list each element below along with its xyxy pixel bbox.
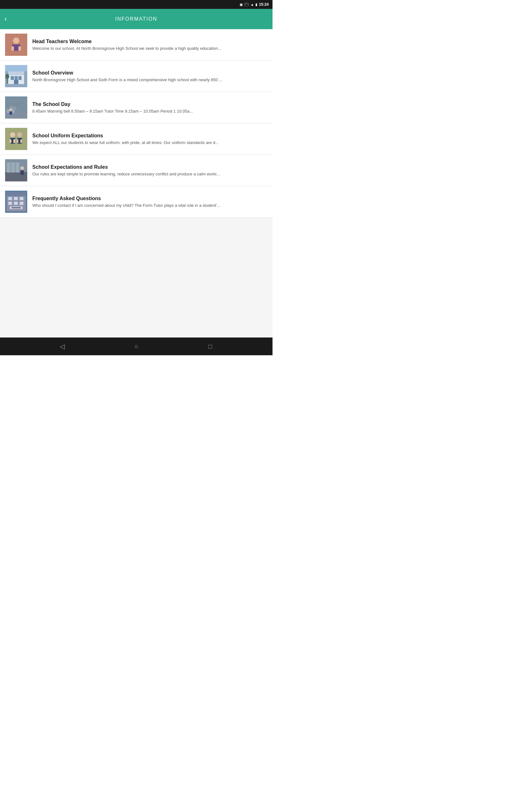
thumbnail-image-4 bbox=[5, 128, 27, 150]
svg-rect-44 bbox=[20, 197, 23, 200]
svg-rect-8 bbox=[11, 76, 14, 80]
nav-home-button[interactable]: ○ bbox=[129, 339, 143, 353]
svg-rect-4 bbox=[18, 46, 21, 51]
svg-point-14 bbox=[5, 74, 9, 79]
item-title-5: School Expectations and Rules bbox=[32, 164, 268, 170]
svg-rect-34 bbox=[7, 162, 10, 172]
wifi-icon: ▲ bbox=[250, 3, 254, 6]
bottom-nav: ◁ ○ □ bbox=[0, 338, 273, 355]
svg-rect-33 bbox=[5, 172, 27, 182]
item-description-3: 8.45am Warning bell 8.50am – 9.15am Tuto… bbox=[32, 109, 268, 113]
thumbnail-image-1 bbox=[5, 34, 27, 56]
svg-rect-29 bbox=[16, 139, 18, 143]
svg-rect-46 bbox=[14, 202, 18, 205]
svg-rect-38 bbox=[20, 170, 24, 175]
svg-rect-3 bbox=[11, 46, 14, 51]
svg-rect-22 bbox=[5, 128, 27, 150]
svg-point-1 bbox=[13, 38, 19, 44]
thumbnail-faq bbox=[5, 191, 27, 213]
svg-rect-9 bbox=[14, 76, 18, 80]
item-title-3: The School Day bbox=[32, 101, 268, 107]
thumbnail-school-day bbox=[5, 96, 27, 119]
status-icons: ▣ 📳 ▲ ▮ 15:24 bbox=[239, 2, 269, 7]
header-title: INFORMATION bbox=[115, 16, 158, 22]
app-header: ‹ INFORMATION bbox=[0, 9, 273, 29]
svg-rect-49 bbox=[11, 207, 21, 208]
item-title-4: School Uniform Expectations bbox=[32, 133, 268, 139]
list-item-expectations[interactable]: School Expectations and Rules Our rules … bbox=[0, 155, 273, 186]
svg-point-23 bbox=[10, 132, 15, 137]
thumbnail-school-overview bbox=[5, 65, 27, 87]
nav-back-button[interactable]: ◁ bbox=[55, 339, 69, 353]
item-content-4: School Uniform Expectations We expect AL… bbox=[32, 133, 268, 145]
svg-rect-26 bbox=[13, 139, 15, 143]
svg-rect-47 bbox=[20, 202, 23, 205]
thumbnail-expectations bbox=[5, 159, 27, 182]
item-title-2: School Overview bbox=[32, 70, 268, 76]
svg-rect-35 bbox=[11, 162, 15, 172]
item-description-2: North Bromsgrove High School and Sixth F… bbox=[32, 78, 268, 82]
thumbnail-image-3 bbox=[5, 96, 27, 119]
svg-rect-25 bbox=[9, 139, 11, 143]
svg-rect-41 bbox=[7, 192, 26, 196]
item-content-2: School Overview North Bromsgrove High Sc… bbox=[32, 70, 268, 82]
item-description-1: Welcome to our school. At North Bromsgro… bbox=[32, 46, 268, 51]
item-description-4: We expect ALL our students to wear full … bbox=[32, 140, 268, 145]
svg-rect-45 bbox=[8, 202, 12, 205]
svg-rect-10 bbox=[18, 76, 21, 80]
svg-rect-36 bbox=[15, 162, 19, 172]
svg-rect-43 bbox=[14, 197, 18, 200]
item-description-5: Our rules are kept simple to promote lea… bbox=[32, 171, 268, 176]
svg-point-27 bbox=[17, 132, 22, 137]
thumbnail-head-teachers-welcome bbox=[5, 34, 27, 56]
svg-rect-7 bbox=[8, 71, 24, 75]
item-title-1: Head Teachers Welcome bbox=[32, 39, 268, 44]
information-list: Head Teachers Welcome Welcome to our sch… bbox=[0, 29, 273, 338]
svg-rect-19 bbox=[13, 103, 19, 107]
thumbnail-image-6 bbox=[5, 191, 27, 213]
thumbnail-uniform bbox=[5, 128, 27, 150]
item-description-6: Who should I contact if I am concerned a… bbox=[32, 203, 268, 208]
item-content-6: Frequently Asked Questions Who should I … bbox=[32, 196, 268, 208]
nav-recents-button[interactable]: □ bbox=[203, 339, 217, 353]
vibrate-icon: 📳 bbox=[244, 3, 249, 7]
list-item-faq[interactable]: Frequently Asked Questions Who should I … bbox=[0, 186, 273, 217]
list-item-school-day[interactable]: The School Day 8.45am Warning bell 8.50a… bbox=[0, 92, 273, 123]
status-bar: ▣ 📳 ▲ ▮ 15:24 bbox=[0, 0, 273, 9]
svg-rect-12 bbox=[5, 65, 27, 71]
battery-icon: ▮ bbox=[256, 3, 257, 7]
list-item-uniform[interactable]: School Uniform Expectations We expect AL… bbox=[0, 123, 273, 155]
item-title-6: Frequently Asked Questions bbox=[32, 196, 268, 201]
item-content-3: The School Day 8.45am Warning bell 8.50a… bbox=[32, 101, 268, 113]
svg-point-37 bbox=[20, 166, 24, 170]
list-item-head-teachers-welcome[interactable]: Head Teachers Welcome Welcome to our sch… bbox=[0, 29, 273, 61]
thumbnail-image-2 bbox=[5, 65, 27, 87]
svg-point-20 bbox=[9, 108, 12, 111]
item-content-1: Head Teachers Welcome Welcome to our sch… bbox=[32, 39, 268, 51]
svg-rect-16 bbox=[5, 112, 27, 119]
svg-rect-30 bbox=[20, 139, 22, 143]
svg-rect-42 bbox=[8, 197, 12, 200]
screenshot-icon: ▣ bbox=[239, 3, 243, 7]
svg-rect-21 bbox=[9, 111, 12, 114]
item-content-5: School Expectations and Rules Our rules … bbox=[32, 164, 268, 176]
thumbnail-image-5 bbox=[5, 159, 27, 182]
list-item-school-overview[interactable]: School Overview North Bromsgrove High Sc… bbox=[0, 61, 273, 92]
status-time: 15:24 bbox=[259, 2, 269, 7]
svg-rect-11 bbox=[14, 80, 18, 84]
back-button[interactable]: ‹ bbox=[4, 15, 7, 23]
